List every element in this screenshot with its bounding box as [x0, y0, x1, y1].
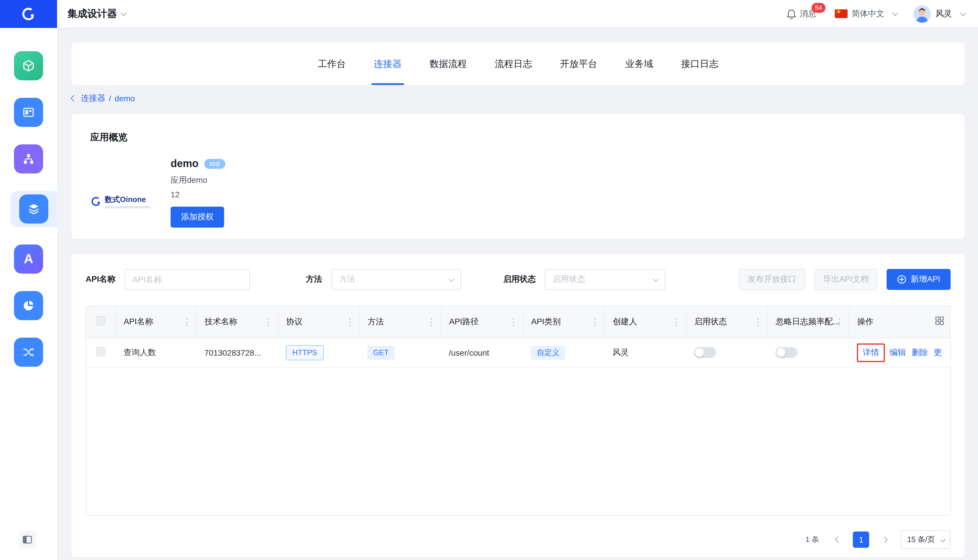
- add-api-button-label: 新增API: [911, 274, 940, 285]
- app-logo-tagline: [105, 206, 150, 208]
- overview-info: demo test 应用demo 12 添加授权: [171, 158, 225, 228]
- column-settings-icon[interactable]: [935, 316, 944, 328]
- page-size-select[interactable]: 15 条/页: [901, 530, 951, 549]
- tab-open-platform[interactable]: 开放平台: [560, 42, 597, 85]
- select-all-checkbox[interactable]: [96, 317, 105, 326]
- chevron-down-icon: [653, 276, 659, 282]
- username-label: 风灵: [936, 8, 952, 19]
- col-header-category: API类别⋮: [523, 306, 604, 338]
- main-content: 工作台 连接器 数据流程 流程日志 开放平台 业务域 接口日志 连接器 / de…: [57, 28, 978, 560]
- enabled-toggle[interactable]: [694, 347, 716, 358]
- app-overview-card: 应用概览 数式Oinone demo test: [72, 114, 965, 239]
- column-menu-icon[interactable]: ⋮: [751, 315, 765, 328]
- breadcrumb-separator: /: [109, 94, 111, 103]
- sidebar-item-routing[interactable]: [0, 338, 57, 367]
- api-list-card: API名称 方法 方法 启用状态 启用状态 发布开放接口 导出API文档: [72, 254, 965, 557]
- language-switcher[interactable]: ★ 简体中文: [835, 8, 897, 19]
- chevron-right-icon: [881, 537, 888, 543]
- cell-api-path: /user/count: [441, 338, 523, 367]
- ignore-log-toggle[interactable]: [775, 347, 798, 358]
- messages-badge: 54: [811, 3, 825, 13]
- annotation-highlight-box: 详情: [857, 343, 885, 362]
- column-menu-icon[interactable]: ⋮: [343, 315, 357, 328]
- add-api-button[interactable]: 新增API: [887, 269, 951, 290]
- sidebar-item-integration-active[interactable]: [10, 191, 57, 227]
- tab-business-domain[interactable]: 业务域: [625, 42, 653, 85]
- page-number-current[interactable]: 1: [853, 532, 870, 548]
- cell-api-name: 查询人数: [115, 338, 196, 367]
- app-description: 应用demo: [171, 175, 225, 186]
- tab-connector[interactable]: 连接器: [374, 42, 402, 85]
- page-size-value: 15 条/页: [907, 534, 935, 545]
- app-name: demo: [171, 158, 198, 170]
- back-chevron-icon[interactable]: [71, 95, 77, 102]
- col-header-protocol: 协议⋮: [278, 306, 359, 338]
- detail-link[interactable]: 详情: [863, 347, 879, 357]
- messages-button[interactable]: 消息 54: [786, 8, 816, 19]
- chevron-down-icon: [121, 10, 127, 16]
- top-header: 集成设计器 消息 54 ★ 简体中文: [0, 0, 978, 28]
- row-checkbox[interactable]: [96, 347, 105, 356]
- edit-link[interactable]: 编辑: [890, 347, 906, 357]
- status-select-placeholder: 启用状态: [553, 274, 585, 285]
- col-header-tech-name: 技术名称⋮: [196, 306, 278, 338]
- app-logo: 数式Oinone: [90, 175, 153, 228]
- tab-flow-log[interactable]: 流程日志: [495, 42, 532, 85]
- method-select[interactable]: 方法: [332, 269, 462, 290]
- delete-link[interactable]: 删除: [911, 347, 928, 357]
- app-title[interactable]: 集成设计器: [68, 7, 126, 20]
- column-menu-icon[interactable]: ⋮: [507, 315, 520, 328]
- sidebar-item-interface[interactable]: [0, 98, 57, 127]
- export-api-doc-button[interactable]: 导出API文档: [815, 269, 878, 290]
- app-sidebar: A: [0, 28, 57, 560]
- publish-open-api-button[interactable]: 发布开放接口: [739, 269, 805, 290]
- sidebar-module-list: A: [0, 51, 57, 367]
- column-menu-icon[interactable]: ⋮: [833, 315, 846, 328]
- cube-icon: [14, 51, 43, 80]
- brand-logo-tile[interactable]: [0, 0, 57, 28]
- sidebar-item-analytics[interactable]: [0, 291, 57, 320]
- column-menu-icon[interactable]: ⋮: [425, 315, 438, 328]
- column-menu-icon[interactable]: ⋮: [180, 315, 193, 328]
- tab-workbench[interactable]: 工作台: [318, 42, 346, 85]
- module-tabs: 工作台 连接器 数据流程 流程日志 开放平台 业务域 接口日志: [72, 42, 965, 85]
- next-page-button[interactable]: [877, 532, 893, 548]
- sidebar-item-process[interactable]: [0, 144, 57, 173]
- method-filter-label: 方法: [306, 274, 322, 285]
- cell-creator: 风灵: [604, 338, 686, 367]
- col-header-ignore-log: 忽略日志频率配...⋮: [767, 306, 849, 338]
- status-select[interactable]: 启用状态: [545, 269, 666, 290]
- col-header-enabled: 启用状态⋮: [686, 306, 767, 338]
- sidebar-item-ai[interactable]: A: [0, 245, 57, 273]
- chevron-left-icon: [835, 537, 841, 543]
- plus-circle-icon: [897, 275, 907, 284]
- pagination: 1 条 1 15 条/页: [805, 530, 951, 549]
- pie-chart-icon: [14, 291, 43, 320]
- status-filter-label: 启用状态: [503, 274, 536, 285]
- tab-data-flow[interactable]: 数据流程: [430, 42, 467, 85]
- prev-page-button[interactable]: [829, 532, 846, 548]
- col-header-path: API路径⋮: [441, 306, 523, 338]
- add-authorization-button[interactable]: 添加授权: [171, 207, 224, 228]
- sidebar-item-model[interactable]: [0, 51, 57, 80]
- protocol-tag: HTTPS: [286, 345, 323, 360]
- tab-api-log[interactable]: 接口日志: [681, 42, 718, 85]
- env-badge: test: [204, 159, 225, 169]
- table-header-row: API名称⋮ 技术名称⋮ 协议⋮ 方法⋮ API路径⋮ API类别⋮ 创建人⋮ …: [86, 306, 950, 338]
- column-menu-icon[interactable]: ⋮: [262, 315, 275, 328]
- col-header-api-name: API名称⋮: [115, 306, 196, 338]
- method-tag: GET: [367, 345, 395, 360]
- app-title-label: 集成设计器: [68, 7, 117, 20]
- method-select-placeholder: 方法: [339, 274, 355, 285]
- sidebar-collapse-button[interactable]: [18, 531, 36, 548]
- user-menu[interactable]: 风灵: [913, 5, 965, 22]
- app-logo-text: 数式Oinone: [105, 195, 150, 205]
- breadcrumb-current: demo: [115, 94, 135, 103]
- breadcrumb-parent[interactable]: 连接器: [81, 93, 105, 103]
- shuffle-icon: [14, 338, 43, 367]
- more-link[interactable]: 更: [934, 347, 942, 357]
- api-name-input[interactable]: [125, 269, 250, 290]
- column-menu-icon[interactable]: ⋮: [670, 315, 683, 328]
- oinone-small-logo-icon: [90, 196, 102, 207]
- column-menu-icon[interactable]: ⋮: [588, 315, 601, 328]
